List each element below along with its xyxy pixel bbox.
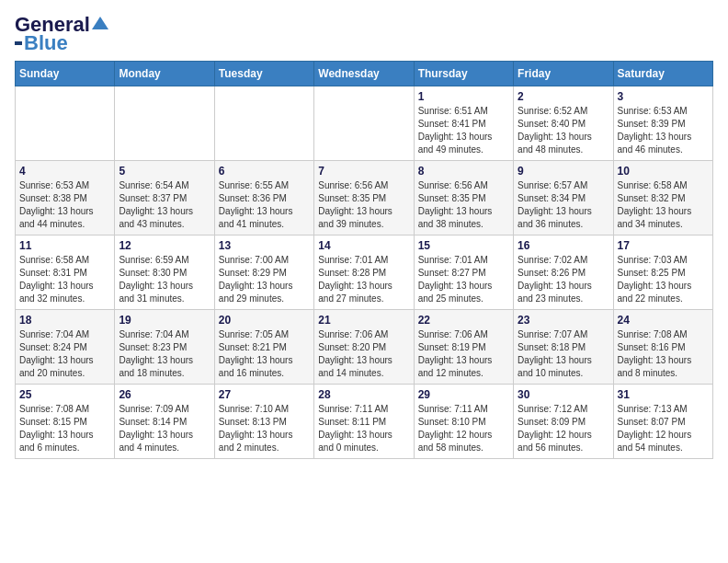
day-cell: 27Sunrise: 7:10 AM Sunset: 8:13 PM Dayli… <box>214 385 313 459</box>
day-cell: 29Sunrise: 7:11 AM Sunset: 8:10 PM Dayli… <box>414 385 513 459</box>
day-cell: 25Sunrise: 7:08 AM Sunset: 8:15 PM Dayli… <box>16 385 115 459</box>
day-number: 17 <box>618 239 709 252</box>
logo: General Blue <box>15 15 108 53</box>
day-cell: 10Sunrise: 6:58 AM Sunset: 8:32 PM Dayli… <box>613 161 712 236</box>
day-info: Sunrise: 6:58 AM Sunset: 8:32 PM Dayligh… <box>618 179 709 231</box>
day-number: 28 <box>318 388 409 401</box>
day-number: 29 <box>418 388 509 401</box>
day-cell <box>214 86 313 161</box>
week-row-2: 4Sunrise: 6:53 AM Sunset: 8:38 PM Daylig… <box>16 161 713 236</box>
day-cell: 22Sunrise: 7:06 AM Sunset: 8:19 PM Dayli… <box>414 310 513 385</box>
day-cell: 9Sunrise: 6:57 AM Sunset: 8:34 PM Daylig… <box>514 161 613 236</box>
day-info: Sunrise: 7:01 AM Sunset: 8:28 PM Dayligh… <box>318 254 409 305</box>
day-number: 21 <box>318 314 409 327</box>
day-number: 5 <box>119 165 210 178</box>
day-cell: 19Sunrise: 7:04 AM Sunset: 8:23 PM Dayli… <box>115 310 214 385</box>
day-info: Sunrise: 6:58 AM Sunset: 8:31 PM Dayligh… <box>19 254 110 305</box>
day-info: Sunrise: 6:56 AM Sunset: 8:35 PM Dayligh… <box>418 179 509 231</box>
day-number: 11 <box>19 239 110 252</box>
calendar-table: SundayMondayTuesdayWednesdayThursdayFrid… <box>15 61 713 459</box>
day-cell: 23Sunrise: 7:07 AM Sunset: 8:18 PM Dayli… <box>514 310 613 385</box>
day-cell: 16Sunrise: 7:02 AM Sunset: 8:26 PM Dayli… <box>514 236 613 310</box>
day-cell: 15Sunrise: 7:01 AM Sunset: 8:27 PM Dayli… <box>414 236 513 310</box>
week-row-3: 11Sunrise: 6:58 AM Sunset: 8:31 PM Dayli… <box>16 236 713 310</box>
day-info: Sunrise: 6:55 AM Sunset: 8:36 PM Dayligh… <box>219 179 310 231</box>
header-cell-thursday: Thursday <box>414 62 513 86</box>
day-info: Sunrise: 7:05 AM Sunset: 8:21 PM Dayligh… <box>219 328 310 380</box>
day-info: Sunrise: 6:53 AM Sunset: 8:39 PM Dayligh… <box>618 105 709 156</box>
day-cell <box>314 86 414 161</box>
day-cell: 4Sunrise: 6:53 AM Sunset: 8:38 PM Daylig… <box>16 161 115 236</box>
day-cell: 18Sunrise: 7:04 AM Sunset: 8:24 PM Dayli… <box>16 310 115 385</box>
day-number: 9 <box>518 165 609 178</box>
day-number: 15 <box>418 239 509 252</box>
day-cell: 1Sunrise: 6:51 AM Sunset: 8:41 PM Daylig… <box>414 86 513 161</box>
day-info: Sunrise: 7:11 AM Sunset: 8:11 PM Dayligh… <box>318 403 409 454</box>
day-number: 30 <box>518 388 609 401</box>
week-row-5: 25Sunrise: 7:08 AM Sunset: 8:15 PM Dayli… <box>16 385 713 459</box>
day-number: 20 <box>219 314 310 327</box>
day-info: Sunrise: 7:08 AM Sunset: 8:16 PM Dayligh… <box>618 328 709 380</box>
day-info: Sunrise: 7:00 AM Sunset: 8:29 PM Dayligh… <box>219 254 310 305</box>
day-number: 12 <box>119 239 210 252</box>
header-cell-tuesday: Tuesday <box>214 62 313 86</box>
day-number: 22 <box>418 314 509 327</box>
day-cell: 21Sunrise: 7:06 AM Sunset: 8:20 PM Dayli… <box>314 310 414 385</box>
day-number: 18 <box>19 314 110 327</box>
day-number: 27 <box>219 388 310 401</box>
day-cell: 24Sunrise: 7:08 AM Sunset: 8:16 PM Dayli… <box>613 310 712 385</box>
day-info: Sunrise: 7:13 AM Sunset: 8:07 PM Dayligh… <box>618 403 709 454</box>
day-cell: 2Sunrise: 6:52 AM Sunset: 8:40 PM Daylig… <box>514 86 613 161</box>
day-info: Sunrise: 6:57 AM Sunset: 8:34 PM Dayligh… <box>518 179 609 231</box>
day-cell: 13Sunrise: 7:00 AM Sunset: 8:29 PM Dayli… <box>214 236 313 310</box>
day-info: Sunrise: 6:56 AM Sunset: 8:35 PM Dayligh… <box>318 179 409 231</box>
day-cell: 12Sunrise: 6:59 AM Sunset: 8:30 PM Dayli… <box>115 236 214 310</box>
day-number: 10 <box>618 165 709 178</box>
day-number: 8 <box>418 165 509 178</box>
header-cell-saturday: Saturday <box>613 62 712 86</box>
day-cell: 11Sunrise: 6:58 AM Sunset: 8:31 PM Dayli… <box>16 236 115 310</box>
day-info: Sunrise: 6:51 AM Sunset: 8:41 PM Dayligh… <box>418 105 509 156</box>
header-cell-friday: Friday <box>514 62 613 86</box>
day-number: 2 <box>518 90 609 103</box>
day-info: Sunrise: 7:06 AM Sunset: 8:20 PM Dayligh… <box>318 328 409 380</box>
day-cell: 17Sunrise: 7:03 AM Sunset: 8:25 PM Dayli… <box>613 236 712 310</box>
day-number: 7 <box>318 165 409 178</box>
header-row: SundayMondayTuesdayWednesdayThursdayFrid… <box>16 62 713 86</box>
day-info: Sunrise: 6:54 AM Sunset: 8:37 PM Dayligh… <box>119 179 210 231</box>
logo-blue-text: Blue <box>24 33 68 53</box>
day-info: Sunrise: 7:03 AM Sunset: 8:25 PM Dayligh… <box>618 254 709 305</box>
day-cell: 3Sunrise: 6:53 AM Sunset: 8:39 PM Daylig… <box>613 86 712 161</box>
day-cell: 28Sunrise: 7:11 AM Sunset: 8:11 PM Dayli… <box>314 385 414 459</box>
day-info: Sunrise: 7:06 AM Sunset: 8:19 PM Dayligh… <box>418 328 509 380</box>
day-number: 16 <box>518 239 609 252</box>
day-info: Sunrise: 7:11 AM Sunset: 8:10 PM Dayligh… <box>418 403 509 454</box>
page-header: General Blue <box>15 15 713 53</box>
day-cell: 31Sunrise: 7:13 AM Sunset: 8:07 PM Dayli… <box>613 385 712 459</box>
header-cell-sunday: Sunday <box>16 62 115 86</box>
week-row-1: 1Sunrise: 6:51 AM Sunset: 8:41 PM Daylig… <box>16 86 713 161</box>
day-number: 14 <box>318 239 409 252</box>
day-info: Sunrise: 6:59 AM Sunset: 8:30 PM Dayligh… <box>119 254 210 305</box>
day-number: 13 <box>219 239 310 252</box>
day-info: Sunrise: 7:10 AM Sunset: 8:13 PM Dayligh… <box>219 403 310 454</box>
day-cell: 30Sunrise: 7:12 AM Sunset: 8:09 PM Dayli… <box>514 385 613 459</box>
day-info: Sunrise: 7:12 AM Sunset: 8:09 PM Dayligh… <box>518 403 609 454</box>
logo-icon <box>92 15 108 31</box>
day-cell: 6Sunrise: 6:55 AM Sunset: 8:36 PM Daylig… <box>214 161 313 236</box>
day-number: 23 <box>518 314 609 327</box>
day-info: Sunrise: 7:02 AM Sunset: 8:26 PM Dayligh… <box>518 254 609 305</box>
day-number: 19 <box>119 314 210 327</box>
calendar-body: 1Sunrise: 6:51 AM Sunset: 8:41 PM Daylig… <box>16 86 713 459</box>
day-cell: 5Sunrise: 6:54 AM Sunset: 8:37 PM Daylig… <box>115 161 214 236</box>
day-number: 24 <box>618 314 709 327</box>
day-cell <box>115 86 214 161</box>
week-row-4: 18Sunrise: 7:04 AM Sunset: 8:24 PM Dayli… <box>16 310 713 385</box>
day-number: 4 <box>19 165 110 178</box>
day-info: Sunrise: 7:08 AM Sunset: 8:15 PM Dayligh… <box>19 403 110 454</box>
day-info: Sunrise: 7:04 AM Sunset: 8:24 PM Dayligh… <box>19 328 110 380</box>
header-cell-monday: Monday <box>115 62 214 86</box>
day-info: Sunrise: 6:53 AM Sunset: 8:38 PM Dayligh… <box>19 179 110 231</box>
svg-marker-0 <box>92 17 108 29</box>
day-info: Sunrise: 7:01 AM Sunset: 8:27 PM Dayligh… <box>418 254 509 305</box>
